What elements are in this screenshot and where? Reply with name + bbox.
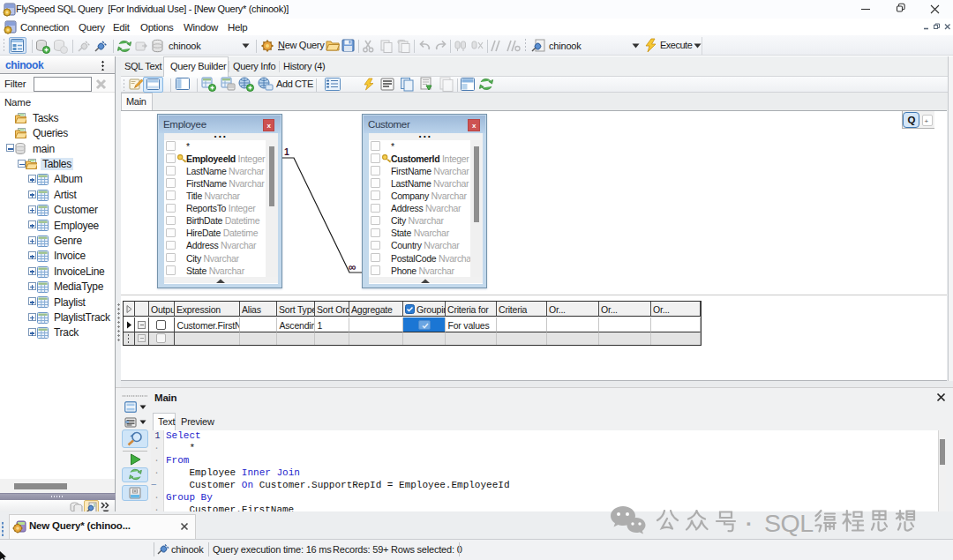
svg-text:∞: ∞	[349, 261, 356, 273]
svg-text:1: 1	[284, 146, 289, 157]
